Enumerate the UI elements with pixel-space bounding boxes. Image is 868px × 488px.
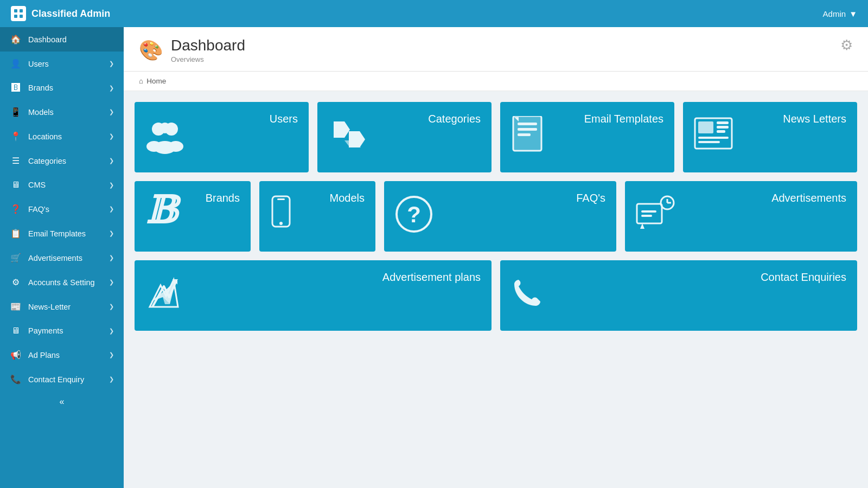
sidebar-item-left-ad-plans: 📢 Ad Plans <box>10 350 60 360</box>
sidebar-label-models: Models <box>28 108 54 117</box>
sidebar-item-left-payments: 🖥 Payments <box>10 326 63 336</box>
contact-enquiries-card-icon <box>511 274 548 317</box>
main-content: 🎨 Dashboard Overviews ⚙ ⌂ Home <box>124 27 868 488</box>
brands-card-icon: 𝔹 <box>145 192 177 230</box>
brands-card-label: Brands <box>206 192 240 204</box>
users-card-label: Users <box>270 113 298 125</box>
card-categories[interactable]: Categories <box>317 102 492 172</box>
sidebar-item-email-templates[interactable]: 📋 Email Templates ❯ <box>0 221 124 246</box>
news-letters-card-icon <box>694 116 733 156</box>
sidebar-icon-news-letter: 📰 <box>10 301 22 312</box>
card-ad-plans[interactable]: Advertisement plans <box>135 260 492 331</box>
advertisements-card-label: Advertisements <box>771 192 846 204</box>
email-templates-card-icon <box>511 116 546 162</box>
sidebar-icon-brands: 🅱 <box>10 83 22 93</box>
contact-enquiries-card-label: Contact Enquiries <box>761 271 846 284</box>
sidebar-item-models[interactable]: 📱 Models ❯ <box>0 100 124 124</box>
svg-rect-16 <box>698 121 713 133</box>
chevron-icon-cms: ❯ <box>109 182 114 189</box>
card-news-letters[interactable]: News Letters <box>683 102 857 172</box>
sidebar-item-ad-plans[interactable]: 📢 Ad Plans ❯ <box>0 343 124 367</box>
page-header: 🎨 Dashboard Overviews ⚙ <box>124 27 868 72</box>
card-contact-enquiries[interactable]: Contact Enquiries <box>500 260 857 331</box>
sidebar-item-accounts-setting[interactable]: ⚙ Acocunts & Setting ❯ <box>0 270 124 294</box>
brand: Classified Admin <box>11 6 110 21</box>
chevron-icon-locations: ❯ <box>109 133 114 140</box>
card-users[interactable]: Users <box>135 102 309 172</box>
svg-rect-32 <box>641 215 652 217</box>
advertisements-card-icon <box>636 195 675 235</box>
sidebar-icon-locations: 📍 <box>10 131 22 142</box>
sidebar-item-faqs[interactable]: ❓ FAQ's ❯ <box>0 197 124 221</box>
sidebar-item-left-users: 👤 Users <box>10 59 49 69</box>
svg-text:?: ? <box>407 202 421 227</box>
sidebar-icon-dashboard: 🏠 <box>10 34 22 44</box>
sidebar-item-advertisements[interactable]: 🛒 Advertisements ❯ <box>0 246 124 270</box>
sidebar-label-payments: Payments <box>28 326 63 335</box>
breadcrumb-home[interactable]: Home <box>146 77 166 85</box>
svg-rect-19 <box>717 130 725 133</box>
sidebar-item-left-brands: 🅱 Brands <box>10 83 53 93</box>
sidebar-label-cms: CMS <box>28 181 46 189</box>
svg-rect-1 <box>20 9 23 12</box>
chevron-icon-models: ❯ <box>109 108 114 115</box>
sidebar-item-cms[interactable]: 🖥 CMS ❯ <box>0 173 124 197</box>
sidebar-icon-categories: ☰ <box>10 156 22 166</box>
sidebar-label-faqs: FAQ's <box>28 205 49 214</box>
home-icon: ⌂ <box>139 77 143 85</box>
card-models[interactable]: Models <box>259 181 375 252</box>
chevron-icon-users: ❯ <box>109 60 114 67</box>
topbar: Classified Admin Admin ▼ <box>0 0 868 27</box>
models-card-label: Models <box>330 192 365 204</box>
sidebar-icon-cms: 🖥 <box>10 180 22 190</box>
brand-title: Classified Admin <box>31 8 110 20</box>
svg-rect-18 <box>717 126 729 129</box>
sidebar-label-email-templates: Email Templates <box>28 229 86 238</box>
ad-plans-card-icon <box>145 274 182 317</box>
svg-rect-2 <box>14 15 17 18</box>
sidebar-item-users[interactable]: 👤 Users ❯ <box>0 52 124 76</box>
sidebar-item-left-dashboard: 🏠 Dashboard <box>10 34 67 44</box>
dashboard-grid: Users Categories <box>124 91 868 488</box>
admin-chevron-icon: ▼ <box>849 9 857 18</box>
page-title: Dashboard <box>171 37 245 54</box>
sidebar-label-locations: Locations <box>28 132 62 141</box>
sidebar-item-payments[interactable]: 🖥 Payments ❯ <box>0 319 124 343</box>
sidebar-icon-payments: 🖥 <box>10 326 22 336</box>
admin-menu[interactable]: Admin ▼ <box>823 9 857 18</box>
sidebar-item-locations[interactable]: 📍 Locations ❯ <box>0 124 124 149</box>
chevron-icon-news-letter: ❯ <box>109 303 114 310</box>
page-header-left: 🎨 Dashboard Overviews <box>139 37 245 63</box>
brand-icon <box>11 6 26 21</box>
card-faqs[interactable]: ? FAQ's <box>384 181 616 252</box>
sidebar-item-dashboard[interactable]: 🏠 Dashboard <box>0 27 124 52</box>
sidebar-label-advertisements: Advertisements <box>28 254 82 262</box>
chevron-icon-brands: ❯ <box>109 85 114 92</box>
sidebar-item-brands[interactable]: 🅱 Brands ❯ <box>0 76 124 100</box>
svg-rect-3 <box>20 15 23 18</box>
svg-rect-13 <box>518 128 537 131</box>
news-letters-card-label: News Letters <box>783 113 846 125</box>
card-advertisements[interactable]: Advertisements <box>625 181 857 252</box>
sidebar-item-left-accounts-setting: ⚙ Acocunts & Setting <box>10 277 95 287</box>
svg-rect-27 <box>637 204 662 223</box>
sidebar-item-contact-enquiry[interactable]: 📞 Contact Enquiry ❯ <box>0 367 124 391</box>
card-email-templates[interactable]: Email Templates <box>500 102 674 172</box>
sidebar-item-categories[interactable]: ☰ Categories ❯ <box>0 149 124 173</box>
sidebar-icon-email-templates: 📋 <box>10 228 22 239</box>
sidebar-item-left-news-letter: 📰 News-Letter <box>10 301 71 312</box>
svg-point-8 <box>146 141 162 152</box>
sidebar-label-accounts-setting: Acocunts & Setting <box>28 278 95 287</box>
chevron-icon-payments: ❯ <box>109 328 114 335</box>
faqs-card-icon: ? <box>395 195 433 239</box>
svg-rect-23 <box>277 198 285 200</box>
chevron-icon-ad-plans: ❯ <box>109 351 114 358</box>
sidebar-item-news-letter[interactable]: 📰 News-Letter ❯ <box>0 294 124 319</box>
chevron-icon-accounts-setting: ❯ <box>109 279 114 286</box>
categories-card-label: Categories <box>428 113 481 125</box>
svg-rect-17 <box>717 121 729 124</box>
card-brands[interactable]: 𝔹 Brands <box>135 181 251 252</box>
sidebar-collapse-button[interactable]: « <box>0 391 124 412</box>
gear-icon[interactable]: ⚙ <box>840 37 853 54</box>
sidebar-item-left-models: 📱 Models <box>10 107 54 117</box>
